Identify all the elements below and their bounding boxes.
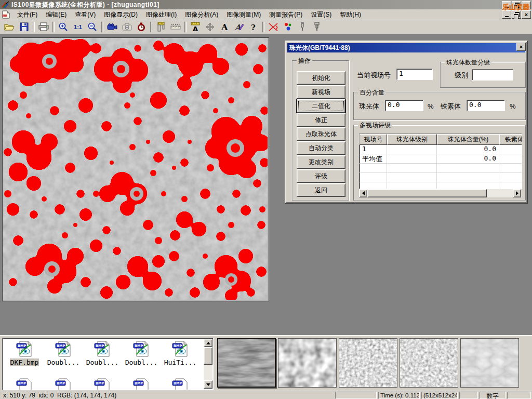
menu-measure-report[interactable]: 测量报告(P) [265, 9, 307, 20]
scroll-left-button[interactable] [359, 189, 367, 197]
scrollbar-thumb[interactable] [367, 189, 487, 197]
auto-classify-button[interactable]: 自动分类 [297, 141, 345, 155]
mdi-close-button[interactable]: × [522, 10, 531, 19]
rate-button[interactable]: 评级 [297, 169, 345, 183]
actual-size-icon[interactable]: 1:1 [71, 20, 85, 34]
pick-pearlite-button[interactable]: 点取珠光体 [297, 127, 345, 141]
menu-image-process[interactable]: 图像处理(I) [142, 9, 181, 20]
ruler-icon[interactable] [168, 20, 183, 34]
thumbnail[interactable] [400, 338, 458, 388]
init-button[interactable]: 初始化 [297, 71, 345, 85]
table-horizontal-scrollbar[interactable] [359, 189, 521, 197]
save-icon[interactable] [17, 20, 31, 34]
file-name[interactable]: Doubl... [47, 358, 81, 366]
text-icon[interactable]: A [217, 20, 232, 34]
ferrite-percent-input[interactable]: 0.0 [467, 100, 505, 111]
menu-image-display[interactable]: 图像显示(D) [100, 9, 142, 20]
file-item[interactable]: BMP Doubl... [123, 340, 160, 366]
timer-icon[interactable] [134, 20, 149, 34]
pen-tool-icon[interactable] [295, 20, 310, 34]
svg-text:BMP: BMP [57, 344, 65, 348]
col-ferrite[interactable]: 铁素体 [499, 134, 522, 145]
cell: 平均值 [360, 154, 387, 163]
table-row-empty [360, 164, 522, 173]
print-icon[interactable] [36, 20, 51, 34]
cell: 0.0 [437, 145, 499, 154]
scroll-up-button[interactable] [204, 339, 212, 347]
grading-group-label: 珠光体数量分级 [445, 58, 491, 67]
file-name[interactable]: Doubl... [86, 358, 119, 366]
file-item[interactable]: BMP Doubl... [45, 340, 82, 366]
dialog-title-bar[interactable]: 珠光体(GB/T9441-88) [287, 43, 525, 52]
measure-text-icon[interactable]: A [188, 20, 203, 34]
col-pearlite-grade[interactable]: 珠光体级别 [387, 134, 437, 145]
restore-button[interactable] [512, 1, 521, 9]
file-item-partial[interactable]: BMP [84, 378, 121, 390]
col-pearlite-content[interactable]: 珠光体含量(%) [437, 134, 499, 145]
operations-group: 操作 初始化 新视场 二值化 修正 点取珠光体 自动分类 更改类别 评级 返回 [292, 60, 349, 201]
close-button[interactable]: × [522, 1, 531, 9]
table-row[interactable]: 1 0.0 [360, 145, 522, 154]
file-item-partial[interactable]: BMP [123, 378, 160, 390]
file-item-partial[interactable]: BMP [45, 378, 82, 390]
mdi-restore-button[interactable] [512, 10, 521, 19]
menu-settings[interactable]: 设置(S) [307, 9, 336, 20]
file-item[interactable]: BMP HuiTi... [162, 340, 199, 366]
caliper-icon[interactable] [154, 20, 168, 34]
binarize-button[interactable]: 二值化 [297, 99, 345, 113]
menu-image-measure[interactable]: 图像测量(M) [222, 9, 265, 20]
rating-table[interactable]: 视场号 珠光体级别 珠光体含量(%) 铁素体 1 0.0 平均值 0.0 [359, 134, 522, 189]
menu-file[interactable]: 文件(F) [13, 9, 42, 20]
particles-icon[interactable] [281, 20, 295, 34]
zoom-in-icon[interactable] [56, 20, 71, 34]
new-field-button[interactable]: 新视场 [297, 85, 345, 99]
curve-tool-icon[interactable] [266, 20, 281, 34]
file-item[interactable]: BMP Doubl... [84, 340, 121, 366]
file-name[interactable]: HuiTi... [164, 358, 197, 366]
bottom-panel: BMP DKF.bmp BMP Doubl... [0, 335, 532, 391]
minimize-button[interactable] [502, 1, 511, 9]
file-item[interactable]: BMP DKF.bmp [6, 340, 43, 366]
file-item-partial[interactable]: BMP [162, 378, 199, 390]
menu-help[interactable]: 帮助(H) [336, 9, 365, 20]
pearlite-percent-input[interactable]: 0.0 [385, 100, 423, 111]
return-button[interactable]: 返回 [297, 183, 345, 197]
open-file-icon[interactable] [2, 20, 17, 34]
help-icon[interactable]: ? [246, 20, 261, 34]
thumbnail[interactable] [278, 338, 337, 388]
file-list[interactable]: BMP DKF.bmp BMP Doubl... [2, 338, 214, 390]
zoom-out-icon[interactable] [85, 20, 100, 34]
camera-icon[interactable] [119, 20, 134, 34]
file-item-partial[interactable]: BMP [6, 378, 43, 390]
mdi-minimize-button[interactable] [502, 10, 511, 19]
move-icon[interactable] [203, 20, 217, 34]
document-icon[interactable]: DOC [2, 10, 10, 19]
file-list-scrollbar[interactable] [204, 339, 212, 389]
svg-text:A: A [193, 25, 198, 32]
bmp-file-icon: BMP [55, 340, 72, 358]
file-name[interactable]: DKF.bmp [10, 358, 39, 366]
menu-view[interactable]: 查看(V) [71, 9, 100, 20]
thumbnail[interactable] [460, 338, 519, 388]
menu-image-analysis[interactable]: 图像分析(A) [181, 9, 222, 20]
menu-edit[interactable]: 编辑(E) [42, 9, 71, 20]
styled-text-icon[interactable]: A [232, 20, 246, 34]
ferrite-label: 铁素体 [441, 102, 461, 111]
thumbnail[interactable] [339, 338, 397, 388]
metallograph-image[interactable] [2, 37, 269, 301]
grade-input[interactable] [472, 69, 513, 81]
table-row[interactable]: 平均值 0.0 [360, 154, 522, 164]
scroll-right-button[interactable] [513, 189, 521, 197]
video-camera-icon[interactable] [105, 20, 119, 34]
dialog-close-button[interactable]: × [516, 43, 526, 51]
file-name[interactable]: Doubl... [125, 358, 158, 366]
scroll-down-button[interactable] [204, 380, 212, 389]
scrollbar-thumb[interactable] [204, 347, 212, 365]
thumbnail[interactable] [217, 338, 276, 388]
brush-tool-icon[interactable] [310, 20, 324, 34]
change-class-button[interactable]: 更改类别 [297, 155, 345, 169]
status-field-empty [459, 392, 478, 399]
current-field-input[interactable]: 1 [396, 69, 433, 80]
col-field-number[interactable]: 视场号 [360, 134, 387, 145]
correct-button[interactable]: 修正 [297, 113, 345, 127]
